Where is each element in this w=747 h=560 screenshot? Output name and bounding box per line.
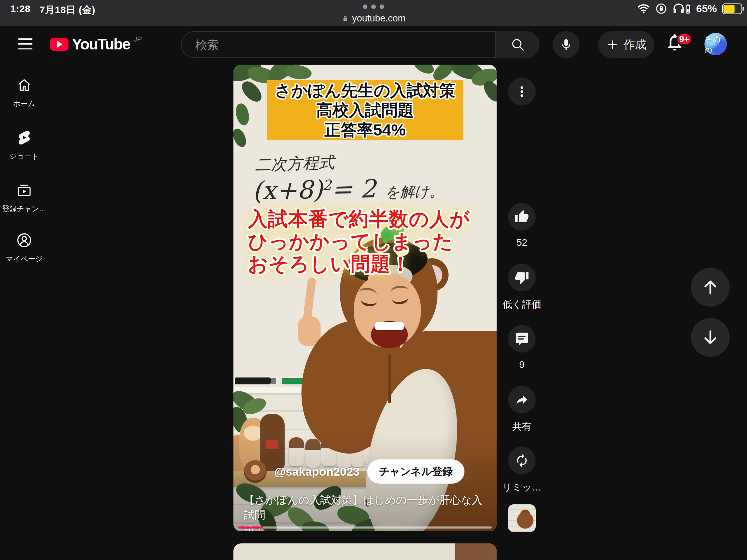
more-options-button[interactable] — [508, 78, 536, 105]
region-badge: JP — [133, 35, 142, 43]
sidebar-item-mypage[interactable]: マイページ — [0, 232, 48, 264]
sidebar-item-subscriptions[interactable]: 登録チャン… — [0, 182, 48, 214]
share-icon — [515, 392, 529, 407]
comments-button[interactable] — [508, 325, 536, 353]
channel-thumbnail[interactable] — [508, 504, 536, 532]
search-bar — [181, 31, 540, 58]
plus-icon — [606, 38, 619, 51]
video-title[interactable]: 【さかぽんの入試対策】はじめの一歩が肝心な入試問 題！ — [244, 493, 491, 531]
headphones-battery-icon — [672, 3, 691, 14]
tab-dots-icon[interactable] — [363, 4, 384, 9]
url-text: youtube.com — [352, 13, 406, 24]
thumb-up-icon — [515, 209, 529, 224]
person-icon — [16, 232, 33, 249]
video-banner-overlay: さかぽん先生の入試対策 高校入試問題 正答率54% — [267, 80, 463, 140]
address-bar[interactable]: youtube.com — [341, 13, 406, 24]
account-avatar[interactable]: さぬめ — [704, 33, 727, 55]
dislike-button[interactable] — [508, 264, 536, 291]
video-progress-bar[interactable] — [238, 526, 492, 529]
youtube-wordmark: YouTube — [72, 37, 130, 52]
status-date: 7月18日 (金) — [39, 3, 95, 17]
subscribe-button[interactable]: チャンネル登録 — [367, 459, 465, 484]
ipad-status-bar: 1:28 7月18日 (金) youtube.com — [0, 0, 747, 26]
search-button[interactable] — [495, 31, 540, 58]
status-left: 1:28 7月18日 (金) — [10, 3, 95, 17]
search-input[interactable] — [195, 32, 487, 58]
board-equation: (x+8)2= 2を解け。 — [252, 173, 444, 205]
youtube-header: YouTube JP 作成 — [0, 26, 747, 62]
arrow-down-icon — [701, 328, 720, 347]
create-label: 作成 — [624, 37, 646, 53]
board-heading: 二次方程式 — [255, 152, 335, 176]
dislike-label: 低く評価 — [484, 298, 560, 311]
progress-fill — [238, 526, 263, 529]
kebab-menu-icon — [515, 85, 529, 99]
video-warning-text: 入試本番で約半数の人が ひっかかってしまった おそろしい問題！ — [248, 208, 470, 275]
remix-button[interactable] — [508, 447, 536, 474]
sidebar-label: マイページ — [0, 254, 48, 264]
comment-count: 9 — [484, 359, 560, 370]
sidebar-label: 登録チャン… — [0, 204, 48, 214]
battery-percent: 65% — [696, 3, 717, 15]
home-icon — [16, 77, 33, 93]
like-count: 52 — [484, 237, 560, 248]
shorts-icon — [16, 129, 33, 146]
notifications-button[interactable]: 9+ — [665, 32, 694, 58]
share-button[interactable] — [508, 386, 536, 413]
youtube-logo[interactable]: YouTube JP — [50, 37, 142, 52]
lock-icon — [341, 14, 349, 23]
create-button[interactable]: 作成 — [598, 31, 654, 58]
sidebar-label: ホーム — [0, 99, 48, 109]
sidebar-label: ショート — [0, 151, 48, 161]
status-time: 1:28 — [10, 3, 30, 17]
channel-handle[interactable]: @sakapon2023 — [274, 465, 360, 478]
youtube-play-icon — [50, 38, 68, 51]
search-icon — [510, 37, 525, 52]
rotation-lock-icon — [655, 3, 667, 15]
channel-avatar[interactable] — [244, 460, 267, 483]
shorts-video-player[interactable]: さかぽん先生の入試対策 高校入試問題 正答率54% 二次方程式 (x+8)2= … — [233, 65, 497, 531]
previous-short-button[interactable] — [691, 268, 730, 307]
like-button[interactable] — [508, 203, 536, 231]
next-short-button[interactable] — [691, 318, 730, 357]
comment-icon — [515, 332, 529, 346]
notification-badge: 9+ — [676, 33, 692, 46]
wifi-icon — [637, 3, 650, 14]
sidebar-item-home[interactable]: ホーム — [0, 77, 48, 109]
status-right: 65% — [637, 3, 742, 15]
microphone-icon — [559, 38, 573, 52]
screen: 1:28 7月18日 (金) youtube.com — [0, 0, 747, 560]
sidebar-item-shorts[interactable]: ショート — [0, 129, 48, 161]
menu-button[interactable] — [18, 38, 33, 49]
arrow-up-icon — [701, 278, 720, 297]
share-label: 共有 — [484, 420, 560, 433]
battery-icon — [722, 3, 742, 14]
thumb-down-icon — [515, 270, 529, 285]
voice-search-button[interactable] — [553, 31, 580, 58]
next-video-preview[interactable] — [233, 543, 497, 560]
subscriptions-icon — [16, 182, 33, 198]
remix-icon — [515, 453, 529, 468]
